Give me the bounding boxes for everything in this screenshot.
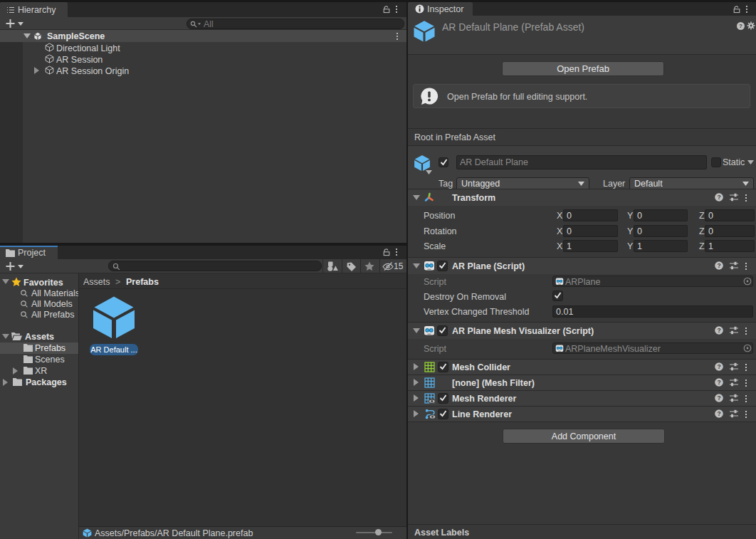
svg-text:?: ? [717, 394, 720, 402]
svg-text:?: ? [717, 410, 720, 417]
svg-text:?: ? [717, 262, 720, 269]
svg-text:?: ? [717, 327, 720, 334]
svg-text:?: ? [717, 363, 720, 370]
svg-text:?: ? [739, 23, 742, 29]
svg-text:?: ? [717, 194, 720, 201]
svg-text:?: ? [717, 379, 720, 386]
